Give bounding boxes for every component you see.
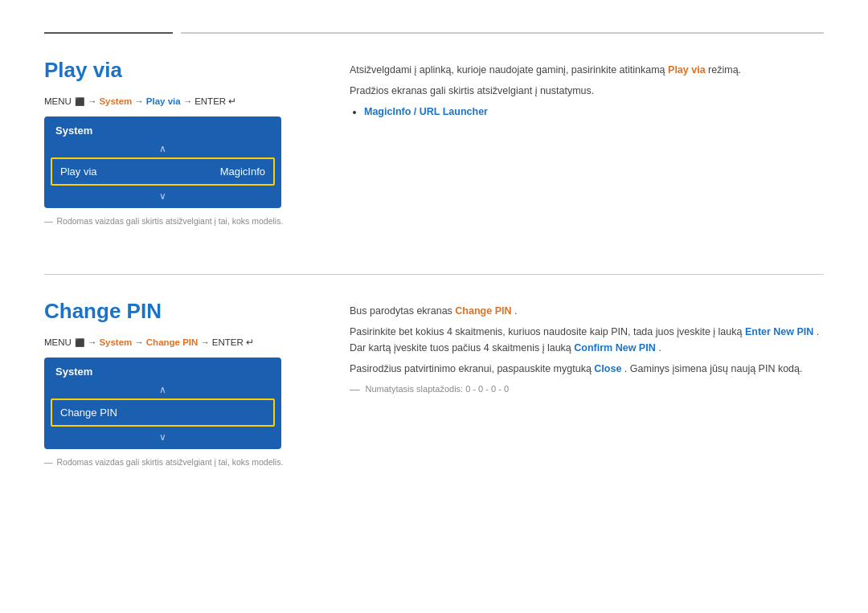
arrow4: →: [88, 337, 97, 347]
divider-long: [181, 32, 824, 34]
arrow5: →: [134, 337, 144, 347]
enter-label-2: ENTER: [212, 337, 244, 347]
change-pin-desc1: Bus parodytas ekranas Change PIN .: [350, 303, 824, 319]
change-pin-link: Change PIN: [146, 337, 199, 347]
play-via-menu-path: MENU ⬛ → System → Play via → ENTER ↵: [44, 96, 317, 107]
change-pin-section: Change PIN MENU ⬛ → System → Change PIN …: [44, 299, 824, 467]
change-pin-note: Rodomas vaizdas gali skirtis atsižvelgia…: [44, 457, 317, 467]
tv-box-up-arrow-1: ∧: [44, 141, 281, 156]
change-pin-right: Bus parodytas ekranas Change PIN . Pasir…: [350, 299, 824, 467]
menu-icon-2: ⬛: [75, 338, 84, 347]
divider-short: [44, 32, 173, 34]
tv-box-header-1: System: [44, 116, 281, 141]
top-dividers: [44, 32, 824, 34]
arrow6: →: [200, 337, 210, 347]
arrow1: →: [88, 96, 97, 106]
play-via-desc1: Atsižvelgdami į aplinką, kurioje naudoja…: [350, 62, 824, 78]
play-via-highlight: Play via: [668, 64, 706, 76]
close-highlight: Close: [594, 363, 621, 374]
section-divider: [44, 274, 824, 275]
play-via-note: Rodomas vaizdas gali skirtis atsižvelgia…: [44, 216, 317, 226]
play-via-section: Play via MENU ⬛ → System → Play via → EN…: [44, 58, 824, 226]
play-via-title: Play via: [44, 58, 317, 83]
play-via-desc2: Pradžios ekranas gali skirtis atsižvelgi…: [350, 83, 824, 99]
arrow3: →: [183, 96, 193, 106]
tv-box-down-arrow-2: ∨: [44, 428, 281, 449]
play-via-bullet-1: MagicInfo / URL Launcher: [364, 104, 824, 121]
system-link: System: [99, 96, 132, 106]
change-pin-title: Change PIN: [44, 299, 317, 324]
change-pin-menu-path: MENU ⬛ → System → Change PIN → ENTER ↵: [44, 337, 317, 348]
tv-box-down-arrow-1: ∨: [44, 187, 281, 208]
play-via-right: Atsižvelgdami į aplinką, kurioje naudoja…: [350, 58, 824, 226]
confirm-new-pin-highlight: Confirm New PIN: [574, 342, 655, 353]
change-pin-desc2: Pasirinkite bet kokius 4 skaitmenis, kur…: [350, 324, 824, 356]
change-pin-tv-box: System ∧ Change PIN ∨: [44, 358, 281, 449]
enter-icon: ↵: [228, 96, 236, 107]
tv-box-up-arrow-2: ∧: [44, 382, 281, 397]
enter-icon-2: ↵: [246, 337, 254, 348]
play-via-link: Play via: [146, 96, 181, 106]
change-pin-left: Change PIN MENU ⬛ → System → Change PIN …: [44, 299, 317, 467]
change-pin-desc3: Pasirodžius patvirtinimo ekranui, paspau…: [350, 361, 824, 377]
menu-label: MENU: [44, 96, 72, 106]
change-pin-default: — Numatytasis slaptažodis: 0 - 0 - 0 - 0: [350, 382, 824, 398]
enter-new-pin-highlight: Enter New PIN: [745, 326, 813, 337]
menu-icon: ⬛: [75, 97, 84, 106]
play-via-bullets: MagicInfo / URL Launcher: [364, 104, 824, 121]
tv-box-item-value-1: MagicInfo: [220, 166, 265, 178]
menu-label-2: MENU: [44, 337, 72, 347]
change-pin-highlight: Change PIN: [455, 305, 511, 317]
tv-box-change-pin-item: Change PIN: [51, 398, 275, 427]
system-link-2: System: [99, 337, 132, 347]
play-via-tv-box: System ∧ Play via MagicInfo ∨: [44, 116, 281, 208]
tv-box-header-2: System: [44, 358, 281, 382]
tv-box-item-label-2: Change PIN: [60, 407, 117, 419]
tv-box-item-label-1: Play via: [60, 166, 97, 178]
arrow2: →: [134, 96, 144, 106]
tv-box-play-via-item: Play via MagicInfo: [51, 157, 275, 186]
enter-label: ENTER: [194, 96, 226, 106]
play-via-left: Play via MENU ⬛ → System → Play via → EN…: [44, 58, 317, 226]
